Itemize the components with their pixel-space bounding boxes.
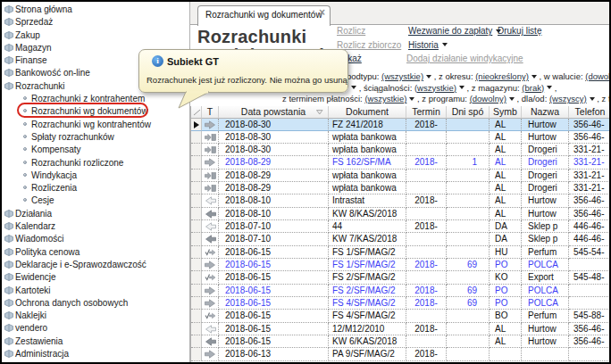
row-selector-cell[interactable] — [191, 348, 202, 360]
filter-dropdown-arrow-icon[interactable] — [547, 86, 552, 92]
filter-dropdown-arrow-icon[interactable] — [426, 75, 431, 81]
sidebar-item[interactable]: Strona główna — [2, 4, 189, 16]
filter-value-link[interactable]: (nieokreślony) — [475, 71, 529, 81]
filter-dropdown-arrow-icon[interactable] — [351, 86, 356, 92]
table-row[interactable]: 2018-08-30wpłata bankowaALDrogeri331-21- — [191, 144, 611, 156]
filter-value-link[interactable]: (brak) — [522, 83, 544, 93]
row-selector-cell[interactable] — [191, 220, 202, 233]
column-header-nazwa[interactable]: Nazwa — [522, 106, 569, 119]
sidebar-item[interactable]: Wiadomości — [2, 233, 189, 245]
table-row[interactable]: 2018-08-29wpłata bankowaALDrogeri331-21- — [191, 170, 611, 182]
row-selector-cell[interactable] — [191, 156, 202, 169]
table-row[interactable]: 2018-06-15FS 1/SF/MAG/2HUPerfum545-54- — [191, 246, 611, 259]
dodaj-dzialanie-link[interactable]: Dodaj działanie windykacyjne — [406, 54, 523, 63]
date-cell: 2018-08-30 — [219, 144, 329, 156]
row-selector-cell[interactable] — [191, 131, 202, 144]
sidebar-item[interactable]: Kalendarz — [2, 220, 189, 233]
sidebar-item[interactable]: Spłaty rozrachunków — [2, 130, 189, 143]
sidebar-item[interactable]: Administracja — [2, 348, 189, 360]
row-selector-cell[interactable] — [191, 297, 202, 310]
nazwa-cell: POLCA — [522, 285, 569, 297]
filter-dropdown-arrow-icon[interactable] — [409, 97, 414, 103]
sidebar-item[interactable]: Rozrachunki rozliczone — [2, 156, 189, 169]
sidebar-item-label: Finanse — [15, 55, 47, 65]
rozlicz-zbiorczo-link[interactable]: Rozlicz zbiorczo — [337, 40, 401, 50]
sidebar-item[interactable]: Polityka cenowa — [2, 245, 189, 258]
row-selector-cell[interactable] — [191, 271, 202, 284]
row-selector-cell[interactable] — [191, 285, 202, 297]
table-row[interactable]: 2018-06-13PA 9/SF/MAG/22018- — [191, 348, 611, 360]
table-row[interactable]: 2018-08-30FZ 241/20182018-ALHurtow356-46… — [191, 119, 611, 131]
row-selector-cell[interactable] — [191, 246, 202, 259]
sidebar-item[interactable]: Ochrona danych osobowych — [2, 296, 189, 309]
table-row[interactable]: 2018-06-15FS 2/SF/MAG/2KOExport545-48- — [191, 271, 611, 284]
row-selector-cell[interactable] — [191, 310, 202, 322]
table-row[interactable]: 2018-06-15KW 6/KAS/2018ALHurtow356-46- — [191, 335, 611, 348]
table-row[interactable]: 2018-06-1512/M12/20102018-ALHurtow356-46… — [191, 323, 611, 335]
table-row[interactable]: 2018-08-10KW 8/KAS/2018ALHurtow356-46- — [191, 208, 611, 220]
row-selector-cell[interactable] — [191, 144, 202, 156]
sidebar-item[interactable]: Cesje — [2, 194, 189, 207]
sidebar-item[interactable]: Działania — [2, 207, 189, 219]
rozlicz-link[interactable]: Rozlicz — [337, 26, 365, 36]
filter-value-link[interactable]: (dowolny) — [470, 94, 506, 103]
filter-dropdown-arrow-icon[interactable] — [590, 97, 595, 103]
column-header-telefon[interactable]: Telefon — [569, 106, 611, 119]
sidebar-item[interactable]: Kartoteki — [2, 284, 189, 296]
sidebar-item[interactable]: Windykacja — [2, 169, 189, 181]
filter-dropdown-arrow-icon[interactable] — [531, 75, 537, 81]
filter-value-link[interactable]: (wszystkie) — [364, 94, 406, 103]
sidebar-item[interactable]: Sprzedaż — [2, 16, 189, 29]
row-selector-cell[interactable] — [191, 208, 202, 220]
sidebar-item[interactable]: Kompensaty — [2, 144, 189, 156]
sidebar-item[interactable]: Naklejki — [2, 310, 189, 322]
sidebar-item[interactable]: vendero — [2, 322, 189, 335]
row-selector-cell[interactable] — [191, 194, 202, 207]
drukuj-liste-link[interactable]: Drukuj listę — [498, 26, 541, 36]
table-row[interactable]: 2018-07-10KW 7/KAS/2018DASklep p446-46- — [191, 233, 611, 245]
historia-link[interactable]: Historia — [408, 40, 448, 50]
filter-value-link[interactable]: (wszystkie) — [381, 71, 423, 81]
row-selector-cell[interactable] — [191, 233, 202, 245]
row-selector-cell[interactable] — [191, 119, 202, 131]
filter-value-link[interactable]: (wszyscy) — [549, 94, 587, 103]
filter-value-link[interactable]: (dowolnej) — [585, 71, 611, 81]
column-header-termin[interactable]: Termin — [406, 106, 447, 119]
dni-cell — [447, 194, 490, 207]
dni-cell — [447, 131, 490, 144]
tooltip-balloon: i Subiekt GT Rozrachunek jest już rozlic… — [138, 49, 348, 93]
column-header-date[interactable]: Data powstania — [219, 106, 329, 119]
row-selector-cell[interactable] — [191, 182, 202, 194]
table-row[interactable]: 2018-06-15FS 4/SF/MAG/2BOPerfum545-88- — [191, 310, 611, 322]
date-cell: 2018-06-15 — [219, 271, 329, 284]
sidebar-item[interactable]: Deklaracje i e-Sprawozdawczość — [2, 258, 189, 270]
table-row[interactable]: 2018-08-10Intrastat2018-ALHurtow356-46- — [191, 194, 611, 207]
filter-dropdown-arrow-icon[interactable] — [459, 86, 465, 92]
tab-close-icon[interactable]: × — [319, 7, 330, 18]
row-selector-cell[interactable] — [191, 259, 202, 271]
row-selector-cell[interactable] — [191, 170, 202, 182]
column-header-dni[interactable]: Dni spó — [447, 106, 490, 119]
sidebar-item[interactable]: Zestawienia — [2, 335, 189, 347]
table-row[interactable]: 2018-08-29wpłata bankowaALDrogeri331-21- — [191, 182, 611, 194]
sidebar-item[interactable]: Zakup — [2, 29, 189, 41]
table-row[interactable]: 2018-06-15FS 1/SF/MAG/22018-69POPOLCA — [191, 259, 611, 271]
tab-rozrachunki-wg-dokumentow[interactable]: Rozrachunki wg dokumentów — [197, 5, 331, 26]
column-header-symb[interactable]: Symb — [490, 106, 522, 119]
table-row[interactable]: 2018-06-15FS 4/SF/MAG/22018-69POPOLCA — [191, 297, 611, 310]
sidebar-item[interactable]: Rozliczenia — [2, 182, 189, 194]
table-row[interactable]: 2018-08-30wpłata bankowaALHurtow356-46- — [191, 131, 611, 144]
sidebar-item[interactable]: Ewidencje — [2, 271, 189, 284]
row-selector-cell[interactable] — [191, 335, 202, 348]
table-row[interactable]: 2018-08-29FS 162/SF/MA2018-1ALDrogeri331… — [191, 156, 611, 169]
wezwanie-do-zaplaty-link[interactable]: Wezwanie do zapłaty — [408, 26, 501, 36]
table-row[interactable]: 2018-06-15FS 2/SF/MAG/22018-69POPOLCA — [191, 285, 611, 297]
sidebar-item[interactable]: Rozrachunki wg kontrahentów — [2, 118, 189, 130]
row-selector-cell[interactable] — [191, 323, 202, 335]
arrow-right-icon — [205, 120, 216, 129]
table-row[interactable]: 2018-07-10442018-DASklep p446-46- — [191, 220, 611, 233]
column-header-doc[interactable]: Dokument — [329, 106, 406, 119]
filter-value-link[interactable]: (wszystkie) — [414, 83, 456, 93]
filter-dropdown-arrow-icon[interactable] — [509, 97, 515, 103]
check-arrow-icon — [205, 311, 216, 320]
